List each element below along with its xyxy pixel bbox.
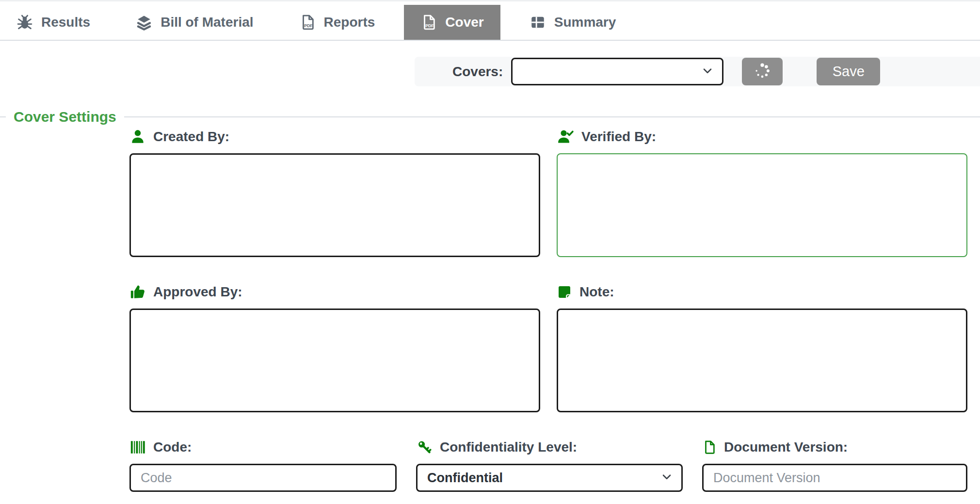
file-pdf-icon: PDF <box>420 14 437 31</box>
tab-label: Bill of Material <box>161 15 253 30</box>
person-check-icon <box>557 129 574 145</box>
table-icon <box>530 14 546 31</box>
chevron-down-icon <box>701 64 714 80</box>
code-label: Code: <box>129 438 397 457</box>
approved-by-label: Approved By: <box>129 282 540 302</box>
tab-cover[interactable]: PDF Cover <box>404 5 500 40</box>
save-button[interactable]: Save <box>817 58 880 85</box>
note-icon <box>557 284 572 300</box>
tab-label: Summary <box>554 15 616 30</box>
note-textarea[interactable] <box>557 309 967 412</box>
confidentiality-label: Confidentiality Level: <box>416 438 683 457</box>
covers-toolbar: Covers: Save <box>0 57 980 86</box>
tab-label: Results <box>41 15 90 30</box>
covers-dropdown[interactable] <box>511 58 723 85</box>
barcode-icon <box>129 439 146 455</box>
cover-settings-divider: Cover Settings <box>0 116 980 117</box>
svg-text:PDF: PDF <box>426 23 434 28</box>
document-version-group: Document Version: <box>702 438 967 492</box>
thumbs-up-icon <box>129 284 146 300</box>
verified-by-textarea[interactable] <box>557 153 967 257</box>
code-group: Code: <box>129 438 397 492</box>
approved-by-group: Approved By: <box>129 282 540 414</box>
code-input[interactable] <box>129 464 397 492</box>
key-icon <box>416 439 433 455</box>
tab-label: Cover <box>445 15 483 30</box>
cover-settings-form: Created By: Verified By: <box>129 127 967 492</box>
covers-toolbar-strip: Covers: Save <box>415 57 980 86</box>
svg-text:PDF: PDF <box>304 23 313 28</box>
tab-bar: Results Bill of Material PDF Reports <box>0 0 980 41</box>
document-icon <box>702 439 717 455</box>
bug-icon <box>16 14 33 31</box>
confidentiality-select[interactable]: Confidential <box>416 464 683 492</box>
document-version-label: Document Version: <box>702 438 967 457</box>
verified-by-label: Verified By: <box>557 127 967 146</box>
tab-summary[interactable]: Summary <box>513 5 633 40</box>
layers-icon <box>136 14 152 31</box>
created-by-textarea[interactable] <box>129 153 540 257</box>
covers-label: Covers: <box>452 64 503 80</box>
created-by-label: Created By: <box>129 127 540 146</box>
created-by-group: Created By: <box>129 127 540 259</box>
refresh-spinner-button[interactable] <box>742 58 783 85</box>
tab-bill-of-material[interactable]: Bill of Material <box>119 5 270 40</box>
tab-label: Reports <box>324 15 375 30</box>
approved-by-textarea[interactable] <box>129 309 540 412</box>
person-icon <box>129 129 146 145</box>
spinner-icon <box>753 62 771 81</box>
note-group: Note: <box>557 282 967 414</box>
tab-reports[interactable]: PDF Reports <box>283 5 392 40</box>
file-pdf-icon: PDF <box>299 14 316 31</box>
chevron-down-icon <box>660 470 674 486</box>
confidentiality-value: Confidential <box>427 471 503 486</box>
note-label: Note: <box>557 282 967 302</box>
verified-by-group: Verified By: <box>557 127 967 259</box>
confidentiality-group: Confidentiality Level: Confidential <box>416 438 683 492</box>
document-version-input[interactable] <box>702 464 967 492</box>
tab-results[interactable]: Results <box>0 5 107 40</box>
section-title: Cover Settings <box>6 109 124 125</box>
